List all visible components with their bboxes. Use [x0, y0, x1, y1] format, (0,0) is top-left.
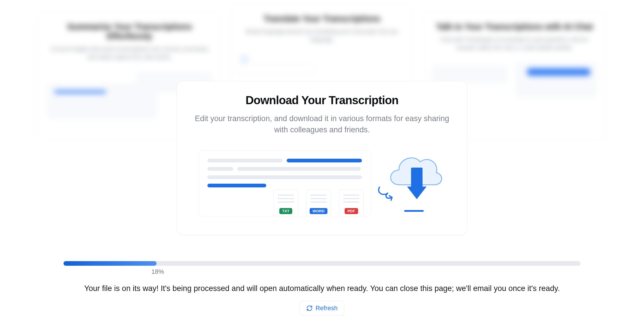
file-badge: TXT [279, 208, 292, 214]
download-transcription-card: Download Your Transcription Edit your tr… [177, 81, 467, 235]
refresh-button-label: Refresh [315, 304, 338, 312]
svg-rect-0 [411, 168, 423, 188]
document-preview-icon: TXT WORD PDF [198, 150, 371, 216]
processing-progress: 18% [63, 261, 581, 275]
bg-card-title: Translate Your Transcriptions [240, 14, 404, 24]
bg-card-subtitle: Chat with Transkriptor's AI assistant to… [433, 36, 596, 51]
refresh-button[interactable]: Refresh [300, 301, 344, 316]
card-description: Edit your transcription, and download it… [194, 113, 450, 135]
file-badge: PDF [345, 208, 358, 214]
progress-bar [63, 261, 581, 266]
file-format-word-icon: WORD [306, 190, 331, 217]
cloud-download-icon [382, 148, 446, 211]
file-format-pdf-icon: PDF [339, 190, 364, 217]
bg-card-subtitle: Convert lengthy discussion transcription… [48, 45, 211, 61]
bg-card-subtitle: Break language barriers by translating y… [240, 28, 404, 43]
progress-fill [63, 261, 157, 266]
file-format-txt-icon: TXT [273, 190, 298, 217]
file-badge: WORD [310, 208, 327, 214]
processing-status-message: Your file is on its way! It's being proc… [49, 284, 595, 293]
bg-card-title: Talk to Your Transcriptions with AI Chat [433, 22, 596, 32]
card-title: Download Your Transcription [194, 94, 450, 107]
refresh-icon [306, 305, 313, 311]
download-illustration: TXT WORD PDF [198, 148, 446, 219]
progress-percent-label: 18% [151, 268, 164, 275]
bg-card-title: Summarize Your Transcriptions Effortless… [48, 22, 211, 41]
